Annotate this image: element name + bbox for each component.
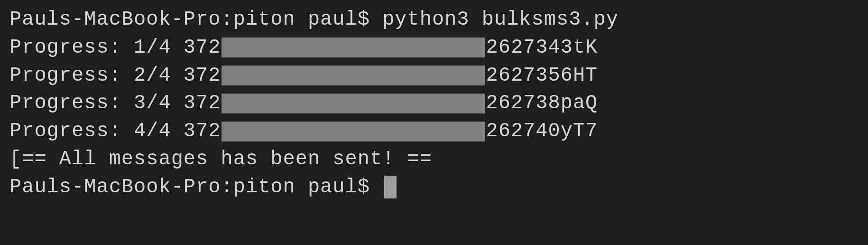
progress-label: Progress: 2/4 372 — [9, 62, 221, 90]
status-message: [== All messages has been sent! == — [9, 145, 859, 173]
shell-prompt: Pauls-MacBook-Pro:piton paul$ — [9, 173, 382, 201]
progress-suffix: 2627343tK — [486, 34, 598, 62]
progress-line: Progress: 4/4 372262740yT7 — [9, 117, 859, 145]
progress-suffix: 262738paQ — [486, 89, 598, 117]
progress-label: Progress: 1/4 372 — [9, 34, 221, 62]
progress-suffix: 2627356HT — [486, 62, 598, 90]
progress-line: Progress: 1/4 3722627343tK — [9, 34, 859, 62]
progress-label: Progress: 3/4 372 — [9, 89, 221, 117]
cursor-icon — [384, 176, 397, 198]
progress-label: Progress: 4/4 372 — [9, 117, 221, 145]
progress-line: Progress: 2/4 3722627356HT — [9, 62, 859, 90]
redacted-block — [222, 122, 485, 141]
command-line: Pauls-MacBook-Pro:piton paul$ python3 bu… — [9, 6, 859, 34]
shell-prompt: Pauls-MacBook-Pro:piton paul$ — [9, 6, 382, 34]
final-prompt-line[interactable]: Pauls-MacBook-Pro:piton paul$ — [9, 173, 859, 201]
redacted-block — [222, 38, 485, 57]
command-text: python3 bulksms3.py — [382, 6, 619, 34]
redacted-block — [222, 66, 485, 85]
redacted-block — [222, 94, 485, 113]
progress-line: Progress: 3/4 372262738paQ — [9, 89, 859, 117]
progress-suffix: 262740yT7 — [486, 117, 598, 145]
